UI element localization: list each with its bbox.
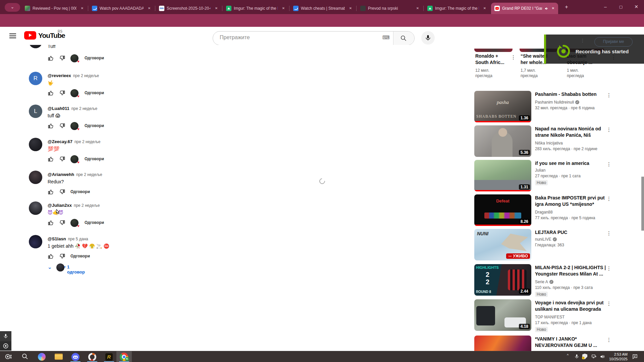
video-channel[interactable]: Serie A✓ xyxy=(535,280,609,284)
video-row[interactable]: pasha SHABABS BOTTEN 1.36 Pashanim - Sha… xyxy=(474,91,639,123)
scrollbar-thumb[interactable] xyxy=(641,177,644,231)
dislike-icon[interactable] xyxy=(59,253,65,259)
kebab-menu-icon[interactable]: ⋮ xyxy=(606,196,611,202)
creator-heart-badge[interactable]: ♥ xyxy=(70,219,78,227)
keyboard-icon[interactable]: ⌨ xyxy=(382,35,390,41)
like-icon[interactable] xyxy=(48,189,54,195)
tray-mic-icon[interactable] xyxy=(574,353,579,360)
video-row[interactable]: *VANIMY I JANKO* NEVJEROVATAN GEJM U ...… xyxy=(474,336,639,351)
video-title[interactable]: MILAN-PISA 2-2 | HIGHLIGHTS | Youngster … xyxy=(535,264,606,277)
avatar[interactable] xyxy=(29,201,42,215)
video-thumbnail[interactable]: 5.36 xyxy=(474,125,531,157)
creator-heart-badge[interactable]: ♥ xyxy=(70,89,78,97)
kebab-menu-icon[interactable]: ⋮ xyxy=(606,265,611,272)
close-icon[interactable]: ✕ xyxy=(79,6,85,11)
comment-time[interactable]: пре 2 недеље xyxy=(74,203,100,208)
video-title[interactable]: Baka Prase IMPOSTER prvi put igra Among … xyxy=(535,195,606,207)
youtube-logo-icon[interactable] xyxy=(24,31,36,40)
creator-heart-badge[interactable]: ♥ xyxy=(70,155,78,163)
tab-watch-pov[interactable]: Watch pov AAADADADAD ✕ xyxy=(89,3,154,14)
comment-author[interactable]: @reverieexпре 2 недеље xyxy=(48,73,99,78)
creator-heart-badge[interactable]: ♥ xyxy=(70,122,78,130)
reply-button[interactable]: Одговори xyxy=(85,220,104,225)
video-channel[interactable]: Dragan88 xyxy=(535,210,609,215)
game-bar-button[interactable] xyxy=(1,351,16,362)
video-title[interactable]: *VANIMY I JANKO* NEVJEROVATAN GEJM U ... xyxy=(535,336,606,349)
tab-reviewed[interactable]: Reviewed - Pov req | 0000 ✕ xyxy=(21,3,87,14)
kebab-menu-icon[interactable]: ⋮ xyxy=(511,54,516,60)
video-thumbnail[interactable]: pasha SHABABS BOTTEN 1.36 xyxy=(474,91,531,122)
like-icon[interactable] xyxy=(48,156,54,162)
close-icon[interactable]: ✕ xyxy=(281,6,286,11)
shorts-title[interactable]: Ronaldo + South Afric... xyxy=(475,53,509,66)
video-channel[interactable]: Pashanim Nulldreinull✓ xyxy=(535,100,609,105)
kebab-menu-icon[interactable]: ⋮ xyxy=(606,337,611,343)
avatar[interactable] xyxy=(29,45,42,48)
maximize-button[interactable]: ▢ xyxy=(613,0,629,13)
video-title[interactable]: Pashanim - Shababs botten xyxy=(535,91,606,98)
dislike-icon[interactable] xyxy=(59,55,65,61)
video-title[interactable]: if you see me in america xyxy=(535,160,606,167)
tab-search-button[interactable]: ⌄ xyxy=(5,3,20,12)
video-thumbnail[interactable]: NUNI УЖИВО xyxy=(474,229,531,260)
comment-author[interactable]: @S1lasnпре 5 дана xyxy=(48,236,88,241)
kebab-menu-icon[interactable]: ⋮ xyxy=(606,301,611,307)
dislike-icon[interactable] xyxy=(59,156,65,162)
hamburger-menu[interactable] xyxy=(9,34,16,40)
comment-author[interactable]: @Zeecay.67пре 2 недеље xyxy=(48,139,100,144)
tray-volume-icon[interactable] xyxy=(600,354,605,359)
close-icon[interactable]: ✕ xyxy=(482,6,487,11)
tray-network-icon[interactable] xyxy=(591,354,597,359)
avatar[interactable] xyxy=(29,171,42,184)
tray-security-shield-icon[interactable]: ! xyxy=(582,354,587,359)
reply-button[interactable]: Одговори xyxy=(85,157,104,161)
video-channel[interactable]: nuniLIVE✓ xyxy=(535,237,609,242)
video-channel[interactable]: Niška Inicijativa xyxy=(535,141,609,145)
dislike-icon[interactable] xyxy=(59,123,65,129)
comment-time[interactable]: пре 2 недеље xyxy=(71,106,97,111)
video-thumbnail[interactable]: Defeat 8.26 xyxy=(474,194,531,226)
taskbar-search-button[interactable] xyxy=(17,351,33,362)
discord-button[interactable] xyxy=(68,351,83,362)
reply-button[interactable]: Одговори xyxy=(70,189,90,194)
kebab-menu-icon[interactable]: ⋮ xyxy=(606,230,611,236)
like-icon[interactable] xyxy=(48,123,54,129)
video-row[interactable]: Defeat 8.26 Baka Prase IMPOSTER prvi put… xyxy=(474,194,639,227)
tab-imgur-2[interactable]: Imgur: The magic of the I ✕ xyxy=(424,3,490,14)
reply-button[interactable]: Одговори xyxy=(85,90,104,95)
video-channel[interactable]: Julian xyxy=(535,168,609,173)
comment-time[interactable]: пре 2 недеље xyxy=(73,73,99,78)
video-row[interactable]: HIGHLIGHTS 22 ROUND 8 2.44 MILAN-PISA 2-… xyxy=(474,264,639,296)
comment-time[interactable]: пре 2 недеље xyxy=(76,172,102,177)
close-icon[interactable]: ✕ xyxy=(550,6,556,11)
tab-active-youtube[interactable]: Grand RP DE02 I "Gan ✕ xyxy=(491,3,558,14)
dislike-icon[interactable] xyxy=(59,90,65,96)
tab-watch-cheats[interactable]: Watch cheats | Streamable ✕ xyxy=(290,3,356,14)
video-row[interactable]: NUNI УЖИВО LEJTARA PUC nuniLIVE✓ Гледала… xyxy=(474,229,639,261)
video-row[interactable]: 1.31 if you see me in america Julian 27 … xyxy=(474,160,639,192)
avatar[interactable]: R xyxy=(29,72,42,85)
tab-audio-icon[interactable] xyxy=(544,6,549,11)
kebab-menu-icon[interactable]: ⋮ xyxy=(606,92,611,98)
capture-widget-record[interactable] xyxy=(0,341,11,351)
signin-button-ghost[interactable]: Пријави ме xyxy=(594,37,633,47)
dislike-icon[interactable] xyxy=(59,220,65,226)
copilot-button[interactable] xyxy=(34,351,50,362)
video-row[interactable]: 4.18 Voyage i nova devojka prvi put usli… xyxy=(474,299,639,331)
new-tab-button[interactable]: + xyxy=(563,4,570,11)
voice-search-button[interactable] xyxy=(421,31,435,45)
video-thumbnail[interactable] xyxy=(474,336,531,351)
like-icon[interactable] xyxy=(48,90,54,96)
video-thumbnail[interactable]: 4.18 xyxy=(474,299,531,331)
video-title[interactable]: LEJTARA PUC xyxy=(535,229,606,236)
kebab-menu-icon[interactable]: ⋮ xyxy=(606,161,611,167)
search-button[interactable] xyxy=(393,32,414,45)
capture-app-button[interactable] xyxy=(85,351,100,362)
video-thumbnail[interactable]: 1.31 xyxy=(474,160,531,191)
video-title[interactable]: Voyage i nova devojka prvi put uslikani … xyxy=(535,300,606,313)
rockstar-button[interactable]: R xyxy=(101,351,117,362)
creator-heart-badge[interactable]: ♥ xyxy=(70,54,78,62)
comment-author[interactable]: @Arianwehhпре 2 недеље xyxy=(48,172,102,177)
minimize-button[interactable]: – xyxy=(598,0,613,13)
comment-time[interactable]: пре 2 недеље xyxy=(74,139,100,144)
